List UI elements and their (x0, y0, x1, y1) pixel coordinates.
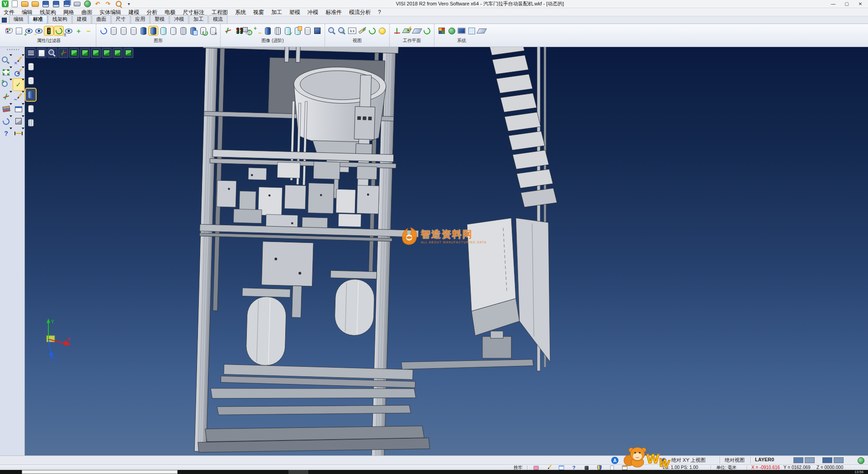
dock-attributes-button[interactable] (1, 103, 12, 115)
menu-item[interactable]: 加工 (268, 8, 286, 16)
dock-attributes-dropdown-icon[interactable] (9, 103, 12, 105)
dashed-line-display-icon[interactable] (129, 26, 138, 35)
shaded-cube-icon[interactable] (313, 26, 322, 35)
new-file-icon[interactable] (10, 0, 19, 9)
menu-item[interactable]: 标准件 (322, 8, 345, 16)
wireframe-display-icon[interactable] (109, 26, 118, 35)
dock-measure-dropdown-icon[interactable] (22, 128, 24, 129)
display-copy-icon[interactable] (189, 26, 198, 35)
save-as-icon[interactable] (52, 0, 61, 9)
workplane-align-icon[interactable] (412, 26, 421, 35)
menu-item[interactable]: 冲模 (304, 8, 322, 16)
print-icon[interactable] (72, 0, 81, 9)
customize-dropdown-icon[interactable] (124, 0, 133, 9)
viewport-canvas[interactable]: 智造资料网 ALL ABOUT MANUFACTURING DATA Y X Z (25, 47, 868, 455)
tab-item[interactable]: 加工 (189, 15, 208, 24)
layer-swatch[interactable] (822, 457, 832, 463)
solid-page-icon[interactable] (293, 26, 302, 35)
tab-item[interactable]: 模流 (208, 15, 227, 24)
view-cube-back-button[interactable] (113, 48, 123, 58)
visibility-refresh-icon[interactable] (54, 26, 63, 35)
tab-item[interactable]: 线架构 (48, 15, 72, 24)
display-refresh-icon[interactable] (198, 26, 208, 35)
show-add-icon[interactable] (24, 26, 33, 35)
status-package-icon[interactable] (584, 465, 590, 470)
dock-help-dropdown-icon[interactable] (9, 128, 12, 129)
dock-move-gizmo-dropdown-icon[interactable] (9, 91, 12, 93)
display-hidden-line-button[interactable] (26, 75, 36, 87)
display-wireframe-button[interactable] (26, 61, 36, 73)
status-view-mode[interactable]: 绝对 XY 上视图 (671, 457, 706, 464)
zoom-1to1-icon[interactable] (348, 26, 357, 35)
layer-swatch[interactable] (793, 457, 803, 463)
dock-refresh-dropdown-icon[interactable] (9, 115, 12, 117)
preview-icon[interactable] (83, 0, 92, 9)
color-settings-icon[interactable] (437, 26, 446, 35)
dock-cube-button[interactable] (13, 115, 24, 127)
shaded-edges-display-icon[interactable] (149, 26, 158, 35)
dock-select-frame-button[interactable] (1, 66, 12, 78)
status-layer[interactable]: LAYER0 (755, 457, 774, 462)
view-cube-iso-button[interactable] (123, 48, 133, 58)
display-settings-icon[interactable] (208, 26, 217, 35)
ghost-display-icon[interactable] (169, 26, 178, 35)
tab-item[interactable]: 曲面 (92, 15, 111, 24)
dock-sketch-delete-dropdown-icon[interactable] (22, 54, 24, 56)
menu-item[interactable]: 模流分析 (345, 8, 374, 16)
viewport-menu-button[interactable] (26, 48, 36, 58)
display-shaded-button[interactable] (26, 89, 36, 101)
cubes-refresh-icon[interactable] (243, 26, 252, 35)
menu-item[interactable]: 视窗 (250, 8, 268, 16)
close-button[interactable]: ✕ (854, 0, 867, 8)
redraw-icon[interactable] (99, 26, 108, 35)
filter-traffic-light-icon[interactable] (44, 26, 53, 35)
workbook-icon[interactable] (2, 18, 7, 23)
menu-item[interactable]: ? (374, 8, 385, 16)
show-all-icon[interactable] (74, 26, 83, 35)
display-ghost-button[interactable] (26, 103, 36, 115)
plus-minus-edit-icon[interactable] (253, 26, 262, 35)
zoom-in-icon[interactable] (328, 26, 337, 35)
render-quality-icon[interactable] (377, 26, 387, 35)
dock-help-button[interactable] (1, 128, 12, 139)
menu-item[interactable]: 系统 (231, 8, 250, 16)
shaded-display-icon[interactable] (139, 26, 148, 35)
tab-item[interactable]: 应用 (131, 15, 150, 24)
tab-item[interactable]: 塑模 (150, 15, 169, 24)
import-file-icon[interactable] (31, 0, 40, 9)
workplane-edit-icon[interactable] (402, 26, 411, 35)
save-all-icon[interactable] (62, 0, 71, 9)
ime-indicator[interactable]: A (611, 457, 618, 464)
dock-sketch-delete-button[interactable] (13, 54, 24, 66)
status-edit-icon[interactable] (546, 465, 552, 470)
workplane-reset-icon[interactable] (422, 26, 431, 35)
show-hide-toggle-icon[interactable] (64, 26, 73, 35)
status-cup-icon[interactable] (609, 465, 615, 470)
layer-swatch[interactable] (834, 457, 844, 463)
measure-tool-icon[interactable] (358, 26, 367, 35)
section-display-icon[interactable] (179, 26, 188, 35)
tab-item[interactable]: 编辑 (9, 15, 28, 24)
tab-item[interactable]: 标准 (28, 15, 47, 24)
status-view-ref[interactable]: 绝对视图 (725, 457, 745, 464)
dock-sketch-curve-dropdown-icon[interactable] (22, 91, 24, 93)
view-cube-front-button[interactable] (80, 48, 90, 58)
status-table-icon[interactable] (559, 465, 564, 470)
hide-remove-icon[interactable] (34, 26, 43, 35)
dock-cube-dropdown-icon[interactable] (22, 115, 24, 117)
save-icon[interactable] (41, 0, 50, 9)
hide-all-icon[interactable] (84, 26, 93, 35)
minimize-button[interactable]: — (826, 0, 840, 8)
view-refresh-icon[interactable] (368, 26, 377, 35)
view-gizmo-button[interactable] (58, 48, 68, 58)
menu-item[interactable]: 塑模 (286, 8, 304, 16)
tab-item[interactable]: 尺寸 (111, 15, 130, 24)
dock-refresh-button[interactable] (1, 115, 12, 127)
dock-confirm-button[interactable] (13, 79, 24, 90)
view-cube-right-button[interactable] (102, 48, 112, 58)
attribute-page-icon[interactable] (14, 26, 24, 35)
status-help-icon[interactable] (571, 465, 577, 470)
dock-sketch-curve-button[interactable] (13, 91, 24, 103)
dock-zoom-options-dropdown-icon[interactable] (9, 79, 12, 81)
display-section-button[interactable] (26, 117, 36, 129)
